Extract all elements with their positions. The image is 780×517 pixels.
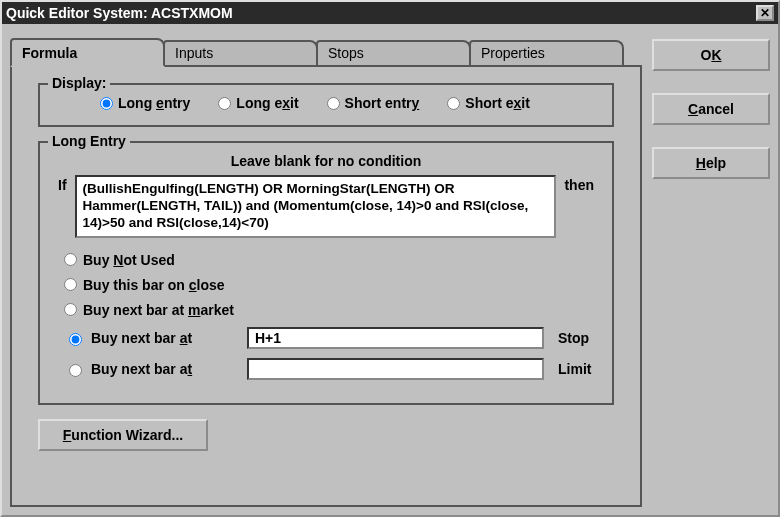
tab-strip: Formula Inputs Stops Properties	[10, 38, 642, 65]
quick-editor-window: Quick Editor System: ACSTXMOM ✕ Formula …	[0, 0, 780, 517]
condition-input[interactable]: (BullishEngulfing(LENGTH) OR MorningStar…	[75, 175, 557, 238]
radio-buy-next-market-input[interactable]	[64, 303, 77, 316]
window-title: Quick Editor System: ACSTXMOM	[6, 5, 233, 21]
instruction-text: Leave blank for no condition	[58, 153, 594, 169]
radio-short-exit[interactable]: Short exit	[447, 95, 530, 111]
radio-buy-next-stop-label[interactable]: Buy next bar at	[91, 330, 241, 346]
radio-long-entry[interactable]: Long entry	[100, 95, 190, 111]
radio-buy-next-limit-input[interactable]	[69, 364, 82, 377]
display-group: Display: Long entry Long exit Short e	[38, 83, 614, 127]
close-icon: ✕	[760, 6, 770, 20]
buy-options: Buy Not Used Buy this bar on close Buy n…	[64, 252, 594, 380]
radio-short-entry[interactable]: Short entry	[327, 95, 420, 111]
radio-buy-next-stop-input[interactable]	[69, 333, 82, 346]
tab-formula[interactable]: Formula	[10, 38, 165, 67]
radio-long-exit-input[interactable]	[218, 97, 231, 110]
radio-buy-next-market[interactable]: Buy next bar at market	[64, 302, 594, 318]
long-entry-title: Long Entry	[48, 133, 130, 149]
tab-properties[interactable]: Properties	[469, 40, 624, 65]
stop-suffix: Stop	[550, 330, 594, 346]
titlebar: Quick Editor System: ACSTXMOM ✕	[2, 2, 778, 24]
limit-value-input[interactable]	[247, 358, 544, 380]
limit-suffix: Limit	[550, 361, 594, 377]
client-area: Formula Inputs Stops Properties Display:…	[2, 24, 778, 515]
buy-next-stop-row: Buy next bar at Stop	[64, 327, 594, 349]
ok-button[interactable]: OK	[652, 39, 770, 71]
tab-panel-formula: Display: Long entry Long exit Short e	[10, 65, 642, 507]
long-entry-group: Long Entry Leave blank for no condition …	[38, 141, 614, 405]
right-pane: OK Cancel Help	[652, 38, 770, 507]
tab-stops[interactable]: Stops	[316, 40, 471, 65]
radio-buy-next-limit-label[interactable]: Buy next bar at	[91, 361, 241, 377]
cancel-button[interactable]: Cancel	[652, 93, 770, 125]
function-wizard-row: Function Wizard...	[38, 419, 614, 451]
radio-short-exit-input[interactable]	[447, 97, 460, 110]
tab-inputs[interactable]: Inputs	[163, 40, 318, 65]
close-button[interactable]: ✕	[756, 5, 774, 21]
radio-long-exit[interactable]: Long exit	[218, 95, 298, 111]
display-options: Long entry Long exit Short entry Sh	[58, 95, 594, 111]
help-button[interactable]: Help	[652, 147, 770, 179]
display-title: Display:	[48, 75, 110, 91]
stop-value-input[interactable]	[247, 327, 544, 349]
if-label: If	[58, 175, 67, 193]
left-pane: Formula Inputs Stops Properties Display:…	[10, 38, 642, 507]
buy-next-limit-row: Buy next bar at Limit	[64, 358, 594, 380]
radio-short-entry-input[interactable]	[327, 97, 340, 110]
then-label: then	[564, 175, 594, 193]
radio-buy-this-close[interactable]: Buy this bar on close	[64, 277, 594, 293]
function-wizard-button[interactable]: Function Wizard...	[38, 419, 208, 451]
condition-row: If (BullishEngulfing(LENGTH) OR MorningS…	[58, 175, 594, 238]
radio-buy-not-used[interactable]: Buy Not Used	[64, 252, 594, 268]
radio-long-entry-input[interactable]	[100, 97, 113, 110]
radio-buy-not-used-input[interactable]	[64, 253, 77, 266]
radio-buy-this-close-input[interactable]	[64, 278, 77, 291]
